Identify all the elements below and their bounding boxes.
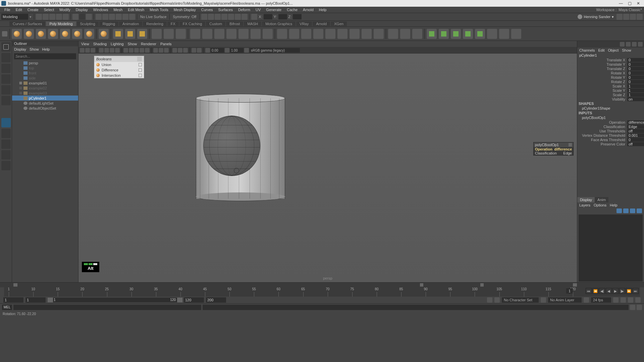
platonic-icon[interactable] [99,29,109,39]
go-end-button[interactable]: ⏭ [633,288,639,294]
union-options-icon[interactable] [139,63,142,66]
snap-curve-icon[interactable] [102,14,108,20]
paint-tool[interactable] [1,64,11,73]
outliner-search[interactable]: Search... [14,53,76,59]
cb-node-name[interactable]: pCylinder1 [577,53,644,58]
shelf-tab-arnold[interactable]: Arnold [313,21,330,26]
grid-icon[interactable] [99,48,104,53]
toggle-shelf-icon[interactable] [616,14,623,20]
poly-disc-icon[interactable] [84,29,94,39]
cm-toggle-icon[interactable] [244,48,249,53]
shelf-tab-custom[interactable]: Custom [206,21,225,26]
cmd-help-icon[interactable] [637,305,642,310]
play-back-button[interactable]: ◀ [606,288,612,294]
rotate-tool[interactable] [1,85,11,95]
x-field[interactable] [264,14,272,19]
res-gate-icon[interactable] [110,48,114,53]
shaded-icon[interactable] [129,48,133,53]
pivot-icon[interactable] [176,29,186,39]
shelf-tab-fxcaching[interactable]: FX Caching [179,21,205,26]
undo-icon[interactable] [56,14,62,20]
panel-menu-show[interactable]: Show [128,42,137,46]
scroll-left-icon[interactable] [13,283,17,287]
panel-collapse-right-icon[interactable] [480,283,484,287]
menu-display[interactable]: Display [73,7,90,12]
render-icon[interactable] [208,14,214,20]
channel-box-icon[interactable] [632,42,637,47]
near-field[interactable]: 0.00 [211,48,224,53]
attr-value[interactable]: 0 [627,75,644,79]
toggle-toolbox-icon[interactable] [623,14,629,20]
insert-loop-icon[interactable] [400,29,410,39]
wireframe-icon[interactable] [123,48,128,53]
loop-icon[interactable] [613,297,619,303]
quad-draw-icon[interactable] [487,29,497,39]
layers-menu-options[interactable]: Options [594,203,606,207]
menu-windows[interactable]: Windows [91,7,111,12]
harden-icon[interactable] [451,29,461,39]
shelf-tab-vray[interactable]: VRay [296,21,312,26]
attr-value[interactable]: 1 [627,88,644,93]
attr-value[interactable]: 1 [627,84,644,88]
toggle-channelbox-icon[interactable] [630,14,636,20]
expand-icon[interactable]: ⊞ [19,91,22,95]
new-scene-icon[interactable] [36,14,42,20]
playblast-icon[interactable] [235,14,241,20]
render-globe-icon[interactable] [228,14,234,20]
fps-dropdown[interactable]: 24 fps [591,297,611,303]
snap-plane-icon[interactable] [116,14,122,20]
menu-generate[interactable]: Generate [264,7,284,12]
expand-icon[interactable]: ⊞ [19,81,22,85]
type-icon[interactable] [125,29,135,39]
attr-label[interactable]: Translate Y [577,62,627,66]
outliner-item-defaultObjectSet[interactable]: defaultObjectSet [12,106,78,111]
shelf-tab-xgen[interactable]: XGen [331,21,347,26]
cb-menu-channels[interactable]: Channels [579,48,595,52]
maximize-button[interactable]: ▢ [625,0,634,6]
outliner-menu-show[interactable]: Show [30,47,39,51]
normals-icon[interactable] [475,29,485,39]
scroll-right-icon[interactable] [573,283,577,287]
range-handle-left[interactable] [48,298,53,302]
bool-intersection[interactable]: Intersection [94,73,144,78]
range-handle-right[interactable] [177,298,182,302]
triangulate-icon[interactable] [263,29,273,39]
bool-union[interactable]: Union [94,62,144,67]
scene-mesh[interactable] [196,94,297,208]
attr-label[interactable]: Translate Z [577,67,627,71]
isolate-icon[interactable] [153,48,158,53]
attr-value[interactable]: off [627,129,644,133]
step-back-key-button[interactable]: ⏪ [592,288,598,294]
attr-label[interactable]: Rotate Y [577,75,627,79]
snap-live-icon[interactable] [122,14,128,20]
redo-icon[interactable] [63,14,69,20]
attr-value[interactable]: Edge [627,125,644,129]
menu-set-dropdown[interactable]: Modeling [1,14,28,20]
attr-label[interactable]: Scale X [577,84,627,88]
snap-grid-icon[interactable] [96,14,102,20]
combine-icon[interactable] [190,29,200,39]
menu-deform[interactable]: Deform [236,7,253,12]
super-shape-icon[interactable] [113,29,123,39]
anim-layer-dropdown[interactable]: No Anim Layer [548,297,582,303]
layers-tab-display[interactable]: Display [577,197,595,202]
bevel-icon[interactable] [301,29,311,39]
panel-collapse-left-icon[interactable] [420,283,423,287]
render-settings-icon[interactable] [221,14,227,20]
near-icon[interactable] [205,48,210,53]
layer-up-icon[interactable] [616,208,622,213]
shelf-tab-polymodeling[interactable]: Poly Modeling [46,21,76,26]
bookmark-icon[interactable] [85,48,90,53]
modeling-toolkit-icon[interactable] [638,42,643,47]
menu-arnold[interactable]: Arnold [301,7,316,12]
cb-menu-show[interactable]: Show [622,48,631,52]
outliner-item-example01[interactable]: ⊞example01 [12,80,78,85]
shelf-tab-curves[interactable]: Curves / Surfaces [9,21,45,26]
attr-value[interactable]: 0 [627,138,644,142]
cmd-input[interactable] [13,305,201,310]
lasso-tool[interactable] [1,53,11,62]
panel-menu-panels[interactable]: Panels [160,42,172,46]
outliner-menu-display[interactable]: Display [14,47,26,51]
attr-label[interactable]: Preserve Color [577,142,627,146]
svg-icon[interactable] [137,29,147,39]
